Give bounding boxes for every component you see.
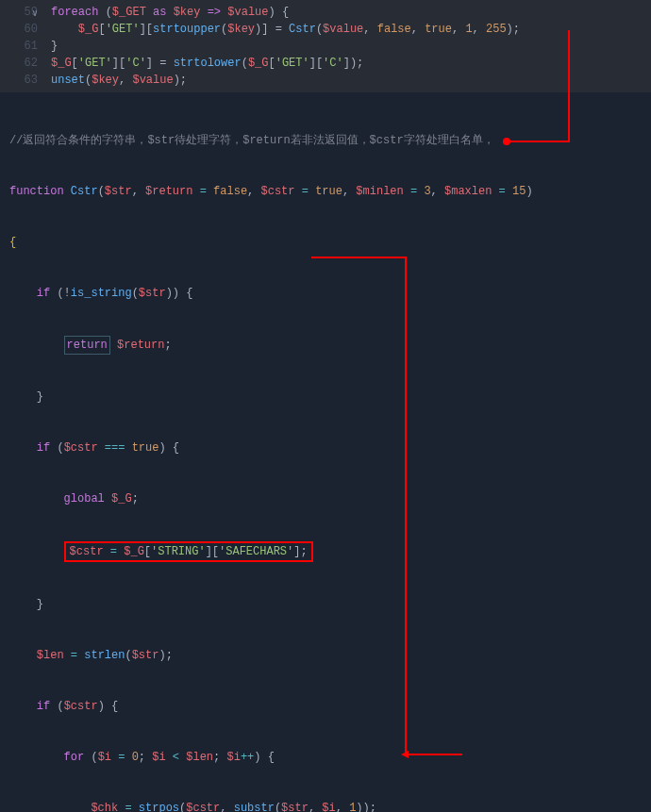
code-block-function: //返回符合条件的字符串，$str待处理字符，$return若非法返回值，$cs…: [0, 92, 651, 812]
code-line[interactable]: $chk = strpos($cstr, substr($str, $i, 1)…: [9, 800, 642, 812]
code-line[interactable]: return $return;: [9, 336, 642, 355]
line-number: 61: [0, 38, 51, 55]
code-line[interactable]: 61 }: [0, 38, 651, 55]
code-line[interactable]: ∨59 foreach ($_GET as $key => $value) {: [0, 4, 651, 21]
code-line[interactable]: $cstr = $_G['STRING']['SAFECHARS'];: [9, 541, 642, 562]
line-number: 60: [0, 21, 51, 38]
code-block-top: ∨59 foreach ($_GET as $key => $value) { …: [0, 0, 651, 92]
highlight-safechars-assign: $cstr = $_G['STRING']['SAFECHARS'];: [64, 541, 313, 562]
code-line[interactable]: //返回符合条件的字符串，$str待处理字符，$return若非法返回值，$cs…: [9, 132, 642, 149]
code-line[interactable]: }: [9, 389, 642, 406]
code-line[interactable]: for ($i = 0; $i < $len; $i++) {: [9, 749, 642, 766]
line-number: 62: [0, 55, 51, 72]
code-line[interactable]: if (!is_string($str)) {: [9, 285, 642, 302]
code-line[interactable]: global $_G;: [9, 490, 642, 507]
code-line[interactable]: 63 unset($key, $value);: [0, 72, 651, 89]
code-line[interactable]: if ($cstr) {: [9, 698, 642, 715]
code-line[interactable]: }: [9, 596, 642, 613]
line-number: 63: [0, 72, 51, 89]
code-line[interactable]: if ($cstr === true) {: [9, 439, 642, 456]
code-line[interactable]: {: [9, 234, 642, 251]
code-line[interactable]: 60 $_G['GET'][strtoupper($key)] = Cstr($…: [0, 21, 651, 38]
code-line[interactable]: 62 $_G['GET']['C'] = strtolower($_G['GET…: [0, 55, 651, 72]
code-line[interactable]: $len = strlen($str);: [9, 647, 642, 664]
code-line[interactable]: function Cstr($str, $return = false, $cs…: [9, 183, 642, 200]
line-number: ∨59: [0, 4, 51, 21]
